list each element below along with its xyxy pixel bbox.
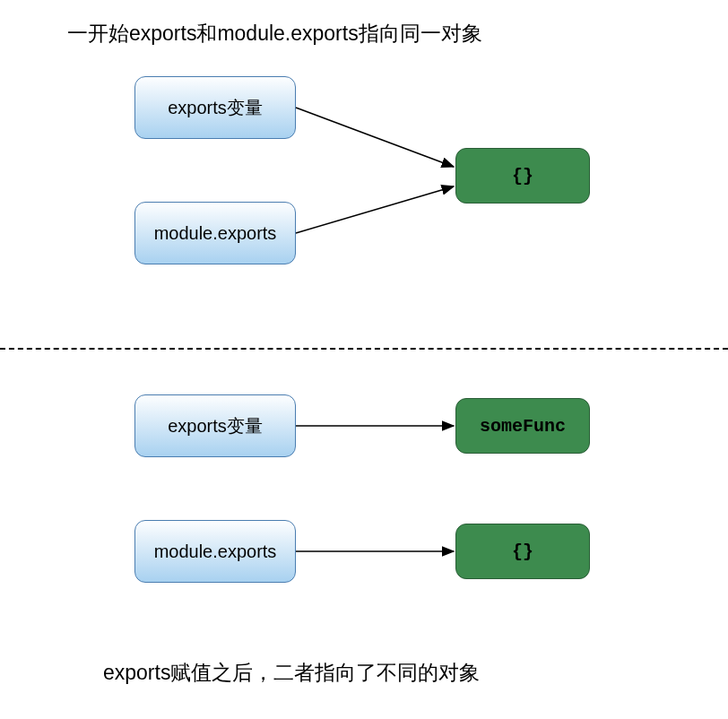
section-divider xyxy=(0,348,728,350)
svg-line-2 xyxy=(296,186,454,233)
box-module-exports-bottom: module.exports xyxy=(134,520,296,583)
title-bottom: exports赋值之后，二者指向了不同的对象 xyxy=(103,659,480,687)
svg-line-1 xyxy=(296,108,454,167)
box-label: module.exports xyxy=(154,223,277,244)
box-object-top: {} xyxy=(455,148,590,204)
box-module-exports-top: module.exports xyxy=(134,202,296,264)
box-object-bottom: {} xyxy=(455,524,590,579)
box-label: exports变量 xyxy=(168,414,263,438)
box-somefunc: someFunc xyxy=(455,398,590,454)
arrows-layer xyxy=(0,0,728,719)
box-label: {} xyxy=(512,166,533,186)
box-exports-var-bottom: exports变量 xyxy=(134,394,296,457)
box-label: module.exports xyxy=(154,541,277,562)
title-top: 一开始exports和module.exports指向同一对象 xyxy=(67,20,482,48)
box-label: exports变量 xyxy=(168,96,263,120)
box-label: someFunc xyxy=(480,416,566,437)
box-label: {} xyxy=(512,541,533,562)
box-exports-var-top: exports变量 xyxy=(134,76,296,139)
